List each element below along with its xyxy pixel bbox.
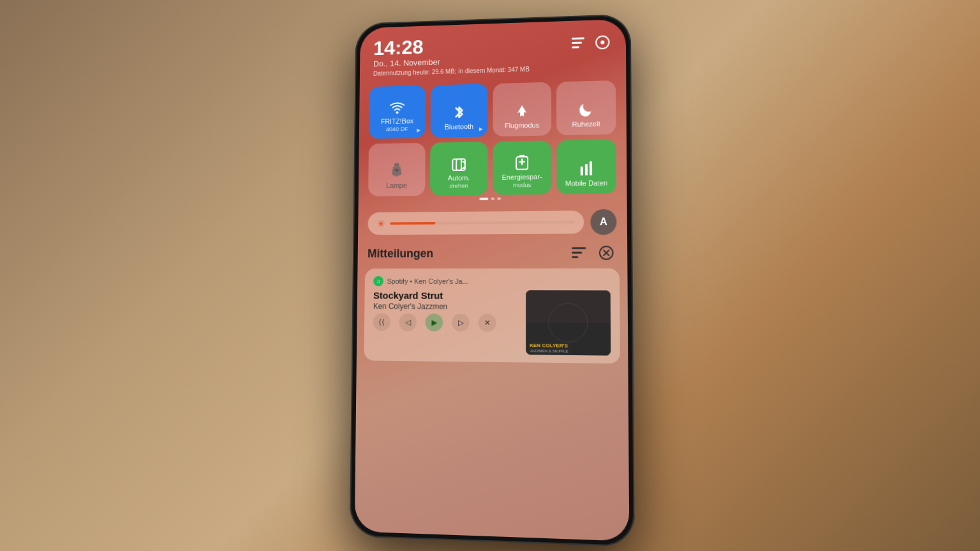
svg-rect-13 [519,155,524,158]
dot-3 [497,198,501,200]
spotify-icon: ♫ [373,276,383,286]
status-icons [569,31,612,52]
svg-rect-0 [572,38,584,40]
time-date: 14:28 Do., 14. November Datennutzung heu… [373,34,530,77]
mobile-tile[interactable]: Mobile Daten [556,139,616,194]
notif-text: Stockyard Strut Ken Colyer's Jazzmen ⟨⟨ … [373,290,519,355]
autorotate-sublabel: drehen [449,182,468,189]
wifi-tile[interactable]: FRITZ!Box 4040 DF ▶ [369,85,426,139]
avatar-letter: A [600,216,607,228]
song-title: Stockyard Strut [373,290,519,302]
bluetooth-tile[interactable]: Bluetooth ▶ [430,84,487,138]
svg-point-5 [396,112,399,114]
wifi-sublabel: 4040 DF [386,126,408,133]
svg-rect-2 [572,46,579,48]
app-sub: Ken Colyer's Ja... [414,277,468,285]
app-name: Spotify [387,277,408,285]
airplane-tile[interactable]: Flugmodus [493,82,551,136]
stop-btn[interactable]: ✕ [479,314,496,332]
dot-1 [479,198,488,200]
brightness-row: ☀ A [358,201,627,241]
spotify-notification[interactable]: ♫ Spotify • Ken Colyer's Ja... Stockyard… [364,268,620,364]
airplane-label: Flugmodus [505,121,539,130]
notif-content: Stockyard Strut Ken Colyer's Jazzmen ⟨⟨ … [373,290,611,356]
flashlight-tile[interactable]: Lampe [368,143,426,196]
dnd-label: Ruhezeit [572,120,600,129]
media-controls: ⟨⟨ ◁ ▶ ▷ ✕ [373,311,520,332]
mobile-label: Mobile Daten [565,179,607,187]
bluetooth-arrow: ▶ [479,126,483,132]
mobile-data-icon [578,161,595,177]
flashlight-label: Lampe [386,182,407,190]
battery-sublabel: modus [513,182,531,189]
notification-list-btn[interactable] [568,242,590,263]
battery-icon [515,154,529,171]
brightness-icon: ☀ [376,217,385,230]
bluetooth-label: Bluetooth [445,122,474,131]
menu-icon[interactable] [569,34,587,52]
wifi-arrow: ▶ [417,128,420,133]
notification-clear-btn[interactable] [596,242,617,263]
next-track-btn[interactable]: ▷ [452,314,470,332]
svg-point-4 [600,40,604,44]
notif-header: ♫ Spotify • Ken Colyer's Ja... [373,276,610,286]
svg-rect-19 [590,161,592,175]
dnd-tile[interactable]: Ruhezeit [556,80,616,135]
play-btn[interactable]: ▶ [426,314,443,332]
svg-rect-6 [394,163,399,167]
quick-settings-grid: FRITZ!Box 4040 DF ▶ Bluetooth ▶ [359,75,627,196]
brightness-slider[interactable]: ☀ [368,210,584,235]
rotate-icon [450,157,468,172]
user-avatar[interactable]: A [590,209,616,235]
svg-text:JAZZMEN & SKIFFLE: JAZZMEN & SKIFFLE [530,349,568,353]
prev-btn[interactable]: ⟨⟨ [373,313,390,331]
prev-track-btn[interactable]: ◁ [399,313,417,331]
notifications-title: Mitteilungen [368,247,433,260]
flashlight-icon [390,163,403,179]
phone-screen: 14:28 Do., 14. November Datennutzung heu… [355,19,630,541]
svg-rect-22 [572,256,578,258]
artist-name: Ken Colyer's Jazzmen [373,302,519,311]
wifi-icon [389,101,405,115]
battery-label: Energiespar- [502,173,542,182]
status-bar: 14:28 Do., 14. November Datennutzung heu… [360,19,626,82]
battery-tile[interactable]: Energiespar- modus [493,140,551,195]
svg-text:KEN COLYER'S: KEN COLYER'S [530,342,568,349]
svg-rect-1 [572,41,582,43]
phone-frame: 14:28 Do., 14. November Datennutzung heu… [350,14,635,547]
dot-2 [491,198,494,200]
notif-app-info: Spotify • Ken Colyer's Ja... [387,277,468,285]
svg-rect-20 [572,247,586,249]
notification-actions [568,242,617,263]
svg-rect-17 [581,166,583,175]
brightness-fill [390,222,435,224]
airplane-icon [514,104,530,119]
autorotate-tile[interactable]: Autom. drehen [430,142,488,196]
notifications-header: Mitteilungen [357,240,627,268]
svg-rect-18 [585,164,588,175]
svg-rect-21 [572,252,582,254]
bluetooth-icon [454,104,465,121]
autorotate-label: Autom. [448,174,470,182]
album-art: KEN COLYER'S JAZZMEN & SKIFFLE [526,290,611,356]
svg-rect-27 [526,290,611,323]
clock: 14:28 [373,34,530,59]
moon-icon [578,102,593,117]
settings-icon[interactable] [593,33,611,51]
brightness-track [390,221,575,224]
